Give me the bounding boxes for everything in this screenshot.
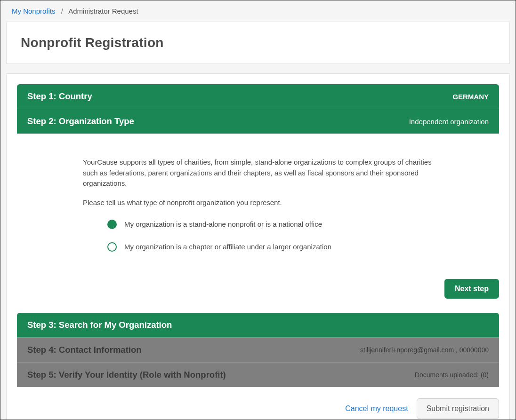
step-2-header[interactable]: Step 2: Organization Type Independent or… [17, 109, 499, 134]
footer-actions: Cancel my request Submit registration [17, 387, 499, 419]
step-2-prompt: Please tell us what type of nonprofit or… [83, 198, 433, 206]
registration-wizard: Step 1: Country GERMANY Step 2: Organiza… [6, 73, 510, 420]
step-2-intro: YourCause supports all types of charitie… [83, 157, 433, 189]
step-5-title: Step 5: Verify Your Identity (Role with … [27, 370, 226, 380]
radio-label-chapter: My organization is a chapter or affiliat… [124, 243, 331, 251]
breadcrumb-link-my-nonprofits[interactable]: My Nonprofits [12, 7, 56, 15]
cancel-request-link[interactable]: Cancel my request [345, 404, 408, 413]
step-4-title: Step 4: Contact Information [27, 345, 142, 355]
radio-option-standalone[interactable]: My organization is a stand-alone nonprof… [107, 220, 433, 229]
radio-icon [107, 220, 117, 229]
radio-icon [107, 242, 117, 252]
radio-label-standalone: My organization is a stand-alone nonprof… [124, 220, 322, 228]
step-5-header: Step 5: Verify Your Identity (Role with … [17, 362, 499, 387]
step-4-header: Step 4: Contact Information stilljennife… [17, 337, 499, 362]
submit-registration-button[interactable]: Submit registration [417, 398, 499, 419]
page-title: Nonprofit Registration [21, 35, 495, 50]
breadcrumb-current: Administrator Request [68, 7, 138, 15]
breadcrumb: My Nonprofits / Administrator Request [0, 0, 516, 22]
step-1-value: GERMANY [452, 93, 489, 101]
step-2-body: YourCause supports all types of charitie… [17, 134, 499, 269]
step-1-title: Step 1: Country [27, 91, 92, 102]
next-step-button[interactable]: Next step [444, 279, 499, 299]
step-1-header[interactable]: Step 1: Country GERMANY [17, 84, 499, 109]
step-5-value: Documents uploaded: (0) [415, 371, 489, 379]
step-3-title: Step 3: Search for My Organization [27, 320, 172, 330]
step-2-title: Step 2: Organization Type [27, 116, 134, 127]
breadcrumb-separator: / [61, 7, 63, 15]
step-2-actions: Next step [17, 269, 499, 313]
step-2-value: Independent organization [409, 118, 489, 126]
radio-option-chapter[interactable]: My organization is a chapter or affiliat… [107, 242, 433, 252]
step-4-value: stilljenniferl+nporeg@gmail.com , 000000… [360, 346, 489, 354]
header-card: Nonprofit Registration [6, 22, 510, 64]
step-3-header[interactable]: Step 3: Search for My Organization [17, 313, 499, 337]
org-type-radio-group: My organization is a stand-alone nonprof… [83, 220, 433, 252]
